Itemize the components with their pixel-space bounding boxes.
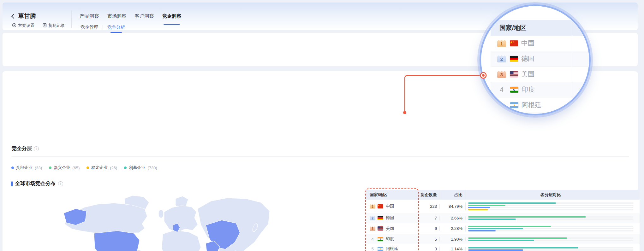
country-name: 美国 bbox=[386, 226, 394, 231]
bar-teal bbox=[468, 247, 578, 248]
competitor-count: 5 bbox=[417, 237, 439, 242]
share-percent: 84.79% bbox=[439, 204, 465, 209]
flag-icon-in bbox=[378, 237, 383, 241]
country-cell: 4印度 bbox=[366, 236, 417, 242]
bar-track bbox=[468, 216, 633, 218]
competitor-count: 6 bbox=[417, 226, 439, 231]
bar-track bbox=[468, 240, 633, 241]
clipboard-icon bbox=[43, 23, 47, 28]
top-tabs: 产品洞察市场洞察客户洞察竞企洞察 bbox=[80, 13, 181, 22]
app-screen: 草甘膦 方案设置贸易记录 产品洞察市场洞察客户洞察竞企洞察 竞企管理竞争分析 筛… bbox=[0, 0, 644, 251]
title-accent-bar bbox=[11, 181, 13, 186]
legend-label: 新兴企业 bbox=[54, 165, 70, 171]
competitor-count: 3 bbox=[417, 247, 439, 251]
flag-icon-in bbox=[510, 87, 518, 93]
country-cell: 3美国 bbox=[366, 226, 417, 231]
table-row[interactable]: 2德国72.66% bbox=[366, 213, 640, 223]
bar-teal bbox=[468, 202, 556, 204]
strata-bars-cell bbox=[465, 237, 640, 241]
strata-bars-cell bbox=[465, 202, 640, 210]
header-actions: 方案设置贸易记录 bbox=[12, 23, 65, 28]
magnifier-callout: 国家/地区 1中国2德国3美国4印度5阿根廷6阿拉伯联合酋长国 bbox=[480, 4, 591, 115]
flag-icon-cn bbox=[510, 40, 518, 46]
country-cell: 2德国 bbox=[366, 215, 417, 221]
bar-blue bbox=[468, 207, 490, 208]
bar-track bbox=[468, 226, 633, 227]
strata-legend: 头部企业(33)新兴企业(65)稳定企业(26)利基企业(730) bbox=[11, 165, 157, 171]
competitor-count: 223 bbox=[417, 204, 439, 209]
subtab-0[interactable]: 竞企管理 bbox=[80, 25, 98, 30]
legend-label: 头部企业 bbox=[16, 165, 33, 171]
country-name: 德国 bbox=[521, 54, 534, 63]
country-name: 德国 bbox=[386, 215, 394, 221]
tab-1[interactable]: 市场洞察 bbox=[107, 13, 126, 22]
col-header-country[interactable]: 国家/地区 bbox=[366, 192, 417, 198]
country-name: 中国 bbox=[521, 39, 534, 48]
share-percent: 2.28% bbox=[439, 226, 465, 231]
rank-number: 5 bbox=[370, 247, 375, 251]
bar-track bbox=[468, 202, 633, 204]
map-section-title: 全球市场竞企分布 bbox=[15, 180, 56, 187]
legend-count: (730) bbox=[147, 166, 157, 170]
country-cell: 5阿根廷 bbox=[366, 246, 417, 251]
bar-blue bbox=[468, 230, 496, 231]
flag-icon-us bbox=[378, 226, 383, 231]
bar-track bbox=[468, 230, 633, 231]
bar-track bbox=[468, 209, 633, 210]
world-map[interactable] bbox=[50, 194, 271, 251]
target-icon bbox=[12, 23, 16, 28]
table-header-row: 国家/地区 竞企数量 占比 各分层对比 bbox=[366, 190, 640, 200]
legend-item-1[interactable]: 新兴企业(65) bbox=[49, 165, 80, 171]
bar-track bbox=[468, 249, 633, 251]
flag-icon-de bbox=[378, 216, 383, 220]
legend-count: (65) bbox=[72, 166, 80, 170]
rank-badge-2: 2 bbox=[370, 216, 375, 220]
legend-dot-icon bbox=[86, 166, 89, 169]
rank-number: 4 bbox=[497, 86, 506, 93]
subtab-1[interactable]: 竞争分析 bbox=[107, 25, 125, 30]
table-row[interactable]: 5阿根廷31.14% bbox=[366, 244, 640, 251]
magnified-row: 1中国 bbox=[491, 36, 591, 51]
legend-label: 利基企业 bbox=[129, 165, 145, 171]
rank-badge-3: 3 bbox=[370, 226, 375, 231]
table-body: 1中国22384.79%2德国72.66%3美国62.28%4印度51.90%5… bbox=[366, 200, 640, 251]
legend-item-2[interactable]: 稳定企业(26) bbox=[86, 165, 117, 171]
divider bbox=[11, 156, 629, 157]
legend-item-3[interactable]: 利基企业(730) bbox=[124, 165, 157, 171]
info-icon[interactable]: i bbox=[58, 181, 63, 186]
legend-dot-icon bbox=[49, 166, 51, 169]
col-header-pct[interactable]: 占比 bbox=[439, 190, 465, 200]
legend-item-0[interactable]: 头部企业(33) bbox=[11, 165, 42, 171]
country-name: 中国 bbox=[386, 203, 394, 209]
bar-green bbox=[468, 205, 505, 206]
magnified-row: 4印度 bbox=[491, 82, 591, 97]
header-action-label: 贸易记录 bbox=[48, 23, 65, 28]
sub-tabs: 竞企管理竞争分析 bbox=[80, 25, 125, 30]
table-row[interactable]: 3美国62.28% bbox=[366, 223, 640, 234]
bar-green bbox=[468, 216, 586, 218]
tab-2[interactable]: 客户洞察 bbox=[135, 13, 154, 22]
col-header-count[interactable]: 竞企数量 bbox=[417, 190, 439, 200]
rank-number: 4 bbox=[370, 237, 375, 242]
legend-label: 稳定企业 bbox=[91, 165, 108, 171]
flag-icon-ar bbox=[378, 247, 383, 251]
legend-dot-icon bbox=[124, 166, 127, 169]
bar-track bbox=[468, 237, 633, 239]
flag-icon-de bbox=[510, 56, 518, 62]
country-name: 美国 bbox=[521, 70, 534, 79]
page-title: 草甘膦 bbox=[18, 12, 36, 20]
table-row[interactable]: 4印度51.90% bbox=[366, 234, 640, 244]
header-action-trade-records[interactable]: 贸易记录 bbox=[43, 23, 65, 28]
strata-bars-cell bbox=[465, 247, 640, 251]
bar-teal bbox=[468, 240, 534, 241]
country-name: 阿根廷 bbox=[522, 101, 541, 109]
col-header-strata-compare[interactable]: 各分层对比 bbox=[465, 190, 640, 200]
back-icon[interactable] bbox=[11, 14, 16, 19]
tab-3[interactable]: 竞企洞察 bbox=[162, 13, 181, 22]
tab-0[interactable]: 产品洞察 bbox=[80, 13, 99, 22]
header-action-plan-settings[interactable]: 方案设置 bbox=[12, 23, 34, 28]
magnified-row: 3美国 bbox=[491, 67, 591, 82]
info-icon[interactable]: i bbox=[34, 146, 39, 151]
header-divider bbox=[71, 11, 72, 28]
table-row[interactable]: 1中国22384.79% bbox=[366, 200, 640, 213]
